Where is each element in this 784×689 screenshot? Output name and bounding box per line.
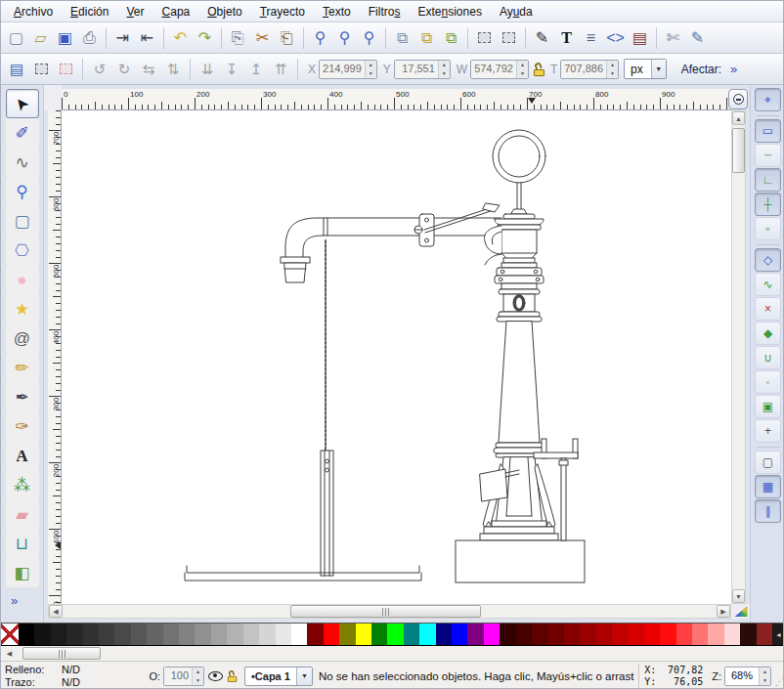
palette-swatch[interactable] <box>147 624 162 645</box>
xml-editor-button[interactable]: <> <box>603 25 628 50</box>
selector-tool[interactable]: ➤ <box>6 89 39 118</box>
menu-capa[interactable]: Capa <box>153 2 199 22</box>
palette-swatch[interactable] <box>564 624 580 645</box>
flip-vertical-button[interactable]: ⇅ <box>161 58 185 81</box>
layer-lock-icon[interactable] <box>228 670 238 682</box>
units-dropdown-arrow[interactable]: ▼ <box>651 60 666 78</box>
box3d-tool[interactable]: ⎔ <box>6 236 39 265</box>
x-spinner-arrows[interactable]: ▲▼ <box>365 61 376 78</box>
palette-swatch[interactable] <box>339 624 355 645</box>
palette-swatch[interactable] <box>276 624 291 645</box>
snap-bbox-centers-button[interactable]: ▫ <box>755 217 781 240</box>
palette-swatch[interactable] <box>324 624 339 645</box>
palette-swatch[interactable] <box>163 624 179 645</box>
snap-grids-button[interactable]: ▦ <box>755 475 781 498</box>
height-input[interactable]: 707,886 ▲▼ <box>560 60 619 79</box>
menu-trayecto[interactable]: Trayecto <box>251 2 314 22</box>
unlink-clone-button[interactable]: ⧉ <box>439 25 463 50</box>
opacity-input[interactable]: 100 ▲▼ <box>163 667 204 686</box>
node-tool[interactable]: ✐ <box>6 118 39 148</box>
units-dropdown[interactable]: px ▼ <box>624 59 667 79</box>
scroll-right-button[interactable]: ▶ <box>717 605 730 618</box>
palette-swatch[interactable] <box>387 624 403 645</box>
rotate-ccw-button[interactable]: ↺ <box>88 58 111 81</box>
snap-bbox-edge-midpoints-button[interactable]: ┼ <box>755 193 781 216</box>
zoom-to-drawing-button[interactable]: ⚲ <box>332 25 357 50</box>
copy-button[interactable]: ⎘ <box>226 25 250 50</box>
snap-path-intersections-button[interactable]: × <box>755 297 781 321</box>
fill-stroke-dialog-button[interactable]: ✎ <box>530 25 554 50</box>
palette-swatch[interactable] <box>114 624 130 645</box>
palette-scroll-left-button[interactable]: ◀ <box>3 647 16 660</box>
cut-button[interactable]: ✂ <box>250 25 275 50</box>
menu-extensiones[interactable]: Extensiones <box>409 2 490 22</box>
snap-object-centers-button[interactable]: ▣ <box>755 395 781 418</box>
palette-swatch[interactable] <box>259 624 275 645</box>
spray-tool[interactable]: ⁂ <box>6 470 39 499</box>
palette-swatch[interactable] <box>580 624 595 645</box>
palette-swatch[interactable] <box>676 624 692 645</box>
zoom-corner-button[interactable] <box>728 89 748 109</box>
scroll-down-button[interactable]: ▼ <box>732 589 745 603</box>
palette-swatch[interactable] <box>419 624 435 645</box>
paste-button[interactable]: ⎗ <box>275 25 299 50</box>
resize-grip[interactable]: ⋰ <box>775 666 784 687</box>
x-value[interactable]: 214,999 <box>320 61 365 78</box>
palette-no-color-swatch[interactable] <box>1 624 19 645</box>
gradient-tool[interactable]: ◧ <box>6 558 39 587</box>
snap-to-paths-button[interactable]: ∿ <box>755 273 781 296</box>
palette-swatch[interactable] <box>227 624 242 645</box>
layer-selector[interactable]: •Capa 1 ▼ <box>244 667 313 686</box>
menu-archivo[interactable]: Archivo <box>5 2 62 22</box>
star-tool[interactable]: ★ <box>6 294 39 323</box>
palette-swatch[interactable] <box>131 624 147 645</box>
flip-horizontal-button[interactable]: ⇆ <box>137 58 160 81</box>
palette-swatch[interactable] <box>243 624 259 645</box>
redo-button[interactable]: ↷ <box>193 25 217 50</box>
snap-rotation-centers-button[interactable]: + <box>755 419 781 443</box>
snap-bbox-button[interactable]: ▭ <box>755 119 781 143</box>
toolbox-overflow-button[interactable]: » <box>11 593 18 608</box>
y-value[interactable]: 17,551 <box>395 61 438 78</box>
snap-smooth-nodes-button[interactable]: ∪ <box>755 346 781 369</box>
palette-swatch[interactable] <box>356 624 371 645</box>
open-document-button[interactable]: ▱ <box>28 25 53 50</box>
text-dialog-button[interactable]: T <box>554 25 579 50</box>
color-management-button[interactable] <box>731 604 751 619</box>
ungroup-objects-button[interactable] <box>497 25 521 50</box>
palette-swatch[interactable] <box>307 624 323 645</box>
zoom-tool[interactable]: ⚲ <box>6 177 39 206</box>
menu-texto[interactable]: Texto <box>314 2 360 22</box>
menu-edicin[interactable]: Edición <box>62 2 117 22</box>
pencil-tool[interactable]: ✏ <box>6 353 39 382</box>
palette-swatch[interactable] <box>371 624 387 645</box>
menu-objeto[interactable]: Objeto <box>198 2 250 22</box>
ellipse-tool[interactable]: ● <box>6 265 39 294</box>
width-spinner-arrows[interactable]: ▲▼ <box>516 61 528 78</box>
palette-scrollbar[interactable]: ◀ <box>1 646 784 662</box>
optionsbar-overflow-button[interactable]: » <box>730 62 737 76</box>
layer-visibility-icon[interactable] <box>208 671 223 681</box>
palette-swatch[interactable] <box>708 624 723 645</box>
rectangle-tool[interactable]: ▢ <box>6 206 39 236</box>
zoom-value[interactable]: 68% <box>725 667 759 685</box>
palette-swatch[interactable] <box>452 624 467 645</box>
palette-swatch[interactable] <box>547 624 563 645</box>
tweak-tool[interactable]: ∿ <box>6 148 39 177</box>
x-input[interactable]: 214,999 ▲▼ <box>319 60 377 79</box>
height-value[interactable]: 707,886 <box>561 61 606 78</box>
layer-dropdown-arrow[interactable]: ▼ <box>296 667 312 685</box>
y-spinner-arrows[interactable]: ▲▼ <box>438 61 450 78</box>
scroll-up-button[interactable]: ▲ <box>732 111 745 125</box>
zoom-input[interactable]: 68% ▲▼ <box>724 667 771 686</box>
menu-ver[interactable]: Ver <box>117 2 152 22</box>
duplicate-button[interactable]: ⧉ <box>390 25 414 50</box>
y-input[interactable]: 17,551 ▲▼ <box>394 60 451 79</box>
export-bitmap-button[interactable]: ⇤ <box>135 25 159 50</box>
lower-to-bottom-button[interactable]: ⇊ <box>196 58 219 81</box>
palette-swatch[interactable] <box>628 624 643 645</box>
palette-swatch[interactable] <box>66 624 82 645</box>
palette-swatch[interactable] <box>516 624 532 645</box>
palette-swatch[interactable] <box>19 624 34 645</box>
palette-swatch[interactable] <box>532 624 547 645</box>
